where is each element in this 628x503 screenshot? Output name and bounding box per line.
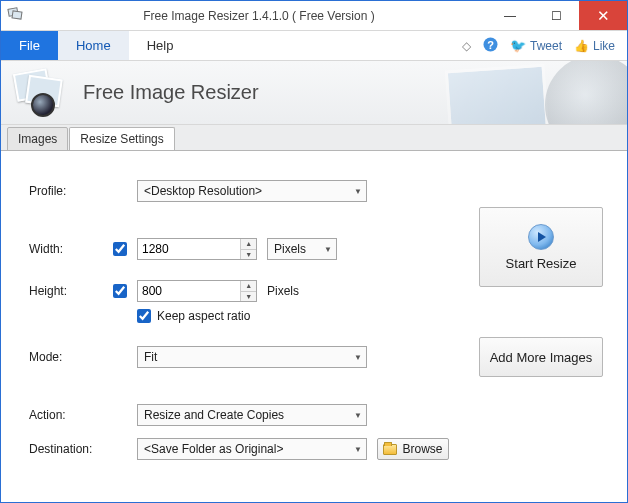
width-unit-select[interactable]: Pixels ▼ [267, 238, 337, 260]
width-spinner[interactable]: ▲▼ [137, 238, 257, 260]
menu-file[interactable]: File [1, 31, 58, 60]
width-label: Width: [29, 242, 113, 256]
height-down[interactable]: ▼ [241, 292, 256, 302]
tweet-button[interactable]: 🐦 Tweet [510, 38, 562, 53]
keep-aspect-label: Keep aspect ratio [157, 309, 250, 323]
menu-bar: File Home Help ◇ ? 🐦 Tweet 👍 Like [1, 31, 627, 61]
tab-resize-settings[interactable]: Resize Settings [69, 127, 174, 151]
tab-content: Profile: <Desktop Resolution> ▼ Width: ▲… [1, 150, 627, 502]
svg-text:?: ? [487, 38, 494, 50]
tweet-label: Tweet [530, 39, 562, 53]
mode-label: Mode: [29, 350, 113, 364]
width-down[interactable]: ▼ [241, 250, 256, 260]
app-logo [13, 69, 71, 117]
menu-help[interactable]: Help [129, 31, 192, 60]
chevron-down-icon: ▼ [348, 353, 362, 362]
height-spinner[interactable]: ▲▼ [137, 280, 257, 302]
start-resize-button[interactable]: Start Resize [479, 207, 603, 287]
like-label: Like [593, 39, 615, 53]
tab-images[interactable]: Images [7, 127, 68, 151]
width-up[interactable]: ▲ [241, 239, 256, 250]
banner: Free Image Resizer [1, 61, 627, 125]
folder-icon [383, 444, 397, 455]
home-icon[interactable]: ◇ [462, 39, 471, 53]
twitter-icon: 🐦 [510, 38, 526, 53]
thumbs-up-icon: 👍 [574, 39, 589, 53]
chevron-down-icon: ▼ [318, 245, 332, 254]
banner-bg-photo [445, 64, 550, 125]
chevron-down-icon: ▼ [348, 187, 362, 196]
width-enabled-checkbox[interactable] [113, 242, 127, 256]
resize-form: Profile: <Desktop Resolution> ▼ Width: ▲… [29, 179, 449, 479]
close-button[interactable]: ✕ [579, 1, 627, 30]
title-bar: Free Image Resizer 1.4.1.0 ( Free Versio… [1, 1, 627, 31]
add-more-images-button[interactable]: Add More Images [479, 337, 603, 377]
width-unit-value: Pixels [274, 242, 318, 256]
chevron-down-icon: ▼ [348, 445, 362, 454]
app-window: Free Image Resizer 1.4.1.0 ( Free Versio… [0, 0, 628, 503]
height-up[interactable]: ▲ [241, 281, 256, 292]
help-icon[interactable]: ? [483, 37, 498, 55]
play-icon [528, 224, 554, 250]
destination-select[interactable]: <Save Folder as Original> ▼ [137, 438, 367, 460]
chevron-down-icon: ▼ [348, 411, 362, 420]
mode-select[interactable]: Fit ▼ [137, 346, 367, 368]
profile-select[interactable]: <Desktop Resolution> ▼ [137, 180, 367, 202]
window-title: Free Image Resizer 1.4.1.0 ( Free Versio… [31, 9, 487, 23]
action-value: Resize and Create Copies [144, 408, 348, 422]
mode-value: Fit [144, 350, 348, 364]
app-icon [1, 8, 31, 24]
profile-value: <Desktop Resolution> [144, 184, 348, 198]
add-more-label: Add More Images [490, 350, 593, 365]
tab-strip: Images Resize Settings [1, 125, 627, 150]
like-button[interactable]: 👍 Like [574, 39, 615, 53]
height-unit-label: Pixels [267, 284, 299, 298]
menu-home[interactable]: Home [58, 31, 129, 60]
width-input[interactable] [138, 239, 240, 259]
action-select[interactable]: Resize and Create Copies ▼ [137, 404, 367, 426]
keep-aspect-checkbox[interactable] [137, 309, 151, 323]
app-title: Free Image Resizer [83, 81, 259, 104]
height-enabled-checkbox[interactable] [113, 284, 127, 298]
height-input[interactable] [138, 281, 240, 301]
destination-label: Destination: [29, 442, 113, 456]
start-resize-label: Start Resize [506, 256, 577, 271]
height-label: Height: [29, 284, 113, 298]
maximize-button[interactable]: ☐ [533, 1, 579, 30]
destination-value: <Save Folder as Original> [144, 442, 348, 456]
action-label: Action: [29, 408, 113, 422]
browse-label: Browse [402, 442, 442, 456]
minimize-button[interactable]: — [487, 1, 533, 30]
profile-label: Profile: [29, 184, 113, 198]
banner-bg-lens [545, 61, 627, 125]
browse-button[interactable]: Browse [377, 438, 449, 460]
